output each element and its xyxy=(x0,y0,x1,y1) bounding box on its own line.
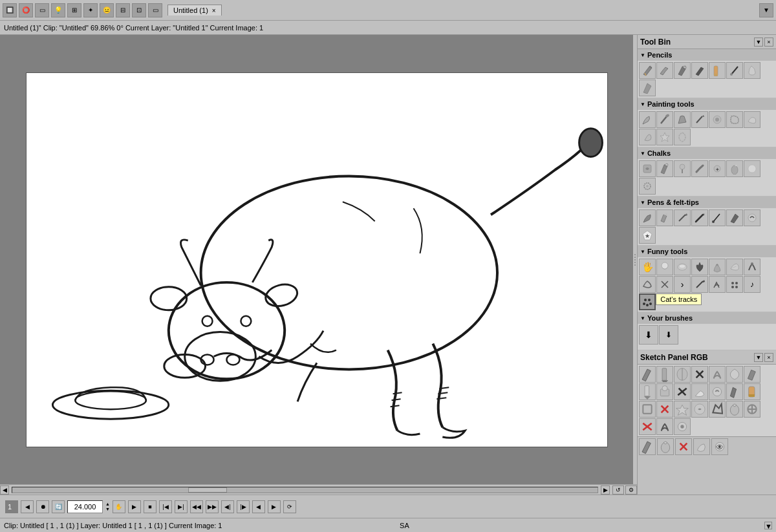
pen-tool-2[interactable] xyxy=(656,209,673,226)
sketch-t-23[interactable] xyxy=(656,418,673,435)
your-brushes-header[interactable]: ▼ Your brushes xyxy=(638,312,776,324)
pencil-tool-4[interactable] xyxy=(691,62,708,79)
fps-down[interactable]: ▼ xyxy=(105,507,110,512)
paint-tool-5[interactable] xyxy=(709,111,726,128)
sketch-bottom-2[interactable] xyxy=(657,438,674,455)
section-funny-header[interactable]: ▼ Funny tools xyxy=(638,246,776,257)
pencil-tool-3[interactable] xyxy=(674,62,691,79)
pencil-tool-1[interactable] xyxy=(639,62,656,79)
h-scroll-thumb[interactable] xyxy=(188,487,227,493)
sketch-t-21[interactable] xyxy=(744,401,760,418)
tool-bin-close[interactable]: × xyxy=(764,37,773,47)
h-scroll-track[interactable] xyxy=(12,487,598,493)
sketch-panel-close[interactable]: × xyxy=(764,353,773,362)
sketch-t-18[interactable] xyxy=(691,401,708,418)
status-scroll-arrow[interactable]: ▼ xyxy=(764,522,772,529)
document-tab[interactable]: Untitled (1) × xyxy=(167,5,222,16)
paint-tool-1[interactable] xyxy=(639,111,656,128)
sketch-t-13[interactable] xyxy=(726,383,743,400)
pencil-tool-2[interactable] xyxy=(656,62,673,79)
pen-tool-8[interactable]: ★ xyxy=(639,227,656,244)
funny-tool-5[interactable] xyxy=(709,259,726,275)
sketch-bottom-3[interactable] xyxy=(675,438,692,455)
loop2-btn[interactable]: ⟳ xyxy=(283,500,296,513)
sketch-t-22[interactable] xyxy=(639,418,656,435)
chalk-tool-4[interactable] xyxy=(691,160,708,177)
sketch-t-5[interactable] xyxy=(709,366,726,383)
sketch-t-24[interactable] xyxy=(674,418,691,435)
paint-tool-8[interactable] xyxy=(639,129,656,145)
funny-tool-2[interactable] xyxy=(656,259,673,275)
pencil-tool-7[interactable] xyxy=(744,62,760,79)
paint-tool-7[interactable] xyxy=(744,111,760,128)
record-btn[interactable]: ⏺ xyxy=(36,500,49,513)
icon-1[interactable]: 🔲 xyxy=(3,3,17,17)
section-pens-header[interactable]: ▼ Pens & felt-tips xyxy=(638,197,776,208)
canvas-wrapper[interactable] xyxy=(0,35,633,484)
funny-tool-12[interactable] xyxy=(709,276,726,293)
pen-tool-7[interactable] xyxy=(744,209,760,226)
pen-tool-3[interactable] xyxy=(674,209,691,226)
resize-handle[interactable] xyxy=(633,35,637,484)
sketch-t-10[interactable] xyxy=(674,383,691,400)
sketch-t-19[interactable] xyxy=(709,401,726,418)
pencil-tool-5[interactable] xyxy=(709,62,726,79)
step-back-btn[interactable]: ◀◀ xyxy=(190,500,203,513)
funny-tool-10[interactable]: › xyxy=(674,276,691,293)
sketch-bottom-4[interactable] xyxy=(693,438,710,455)
funny-tool-4[interactable] xyxy=(691,259,708,275)
paint-tool-3[interactable] xyxy=(674,111,691,128)
sketch-t-7[interactable] xyxy=(744,366,760,383)
icon-3[interactable]: ▭ xyxy=(35,3,49,17)
back-one-btn[interactable]: ◀ xyxy=(252,500,265,513)
icon-2[interactable]: ⭕ xyxy=(19,3,33,17)
brush-import-btn[interactable]: ⬇ xyxy=(639,325,658,345)
funny-tool-7[interactable] xyxy=(744,259,760,275)
chalk-tool-2[interactable] xyxy=(656,160,673,177)
h-scroll-left[interactable]: ◀ xyxy=(0,485,9,495)
sketch-t-4[interactable] xyxy=(691,366,708,383)
pen-tool-5[interactable] xyxy=(709,209,726,226)
chalk-tool-1[interactable] xyxy=(639,160,656,177)
sketch-bottom-5[interactable]: 👁 xyxy=(711,438,728,455)
paint-tool-6[interactable] xyxy=(726,111,743,128)
window-arrow[interactable]: ▼ xyxy=(759,3,773,17)
step-fwd-btn[interactable]: ▶▶ xyxy=(206,500,219,513)
play-btn[interactable]: ▶ xyxy=(128,500,141,513)
chalk-tool-5[interactable]: ✦ xyxy=(709,160,726,177)
tool-bin-pin[interactable]: ▼ xyxy=(754,37,763,47)
next-key-btn[interactable]: |▶ xyxy=(237,500,250,513)
refresh-btn[interactable]: ↺ xyxy=(612,485,624,495)
settings-btn[interactable]: ⚙ xyxy=(625,485,637,495)
canvas[interactable] xyxy=(26,72,608,447)
sketch-t-20[interactable] xyxy=(726,401,743,418)
section-painting-header[interactable]: ▼ Painting tools xyxy=(638,98,776,110)
paint-tool-9[interactable] xyxy=(656,129,673,145)
pen-tool-4[interactable] xyxy=(691,209,708,226)
funny-tool-8[interactable] xyxy=(639,276,656,293)
funny-tool-9[interactable] xyxy=(656,276,673,293)
funny-tool-3[interactable] xyxy=(674,259,691,275)
chalk-tool-8[interactable] xyxy=(639,178,656,195)
pen-tool-1[interactable] xyxy=(639,209,656,226)
icon-5[interactable]: ⊞ xyxy=(67,3,81,17)
paint-tool-10[interactable] xyxy=(674,129,691,145)
fps-input[interactable] xyxy=(67,500,103,513)
tab-close-button[interactable]: × xyxy=(212,7,216,14)
paint-tool-2[interactable] xyxy=(656,111,673,128)
section-chalks-header[interactable]: ▼ Chalks xyxy=(638,147,776,159)
funny-tool-cats-tracks[interactable]: Cat's tracks xyxy=(639,293,656,310)
icon-6[interactable]: ✦ xyxy=(83,3,98,17)
h-scroll-right[interactable]: ▶ xyxy=(601,485,610,495)
pencil-tool-6[interactable] xyxy=(726,62,743,79)
sketch-t-8[interactable] xyxy=(639,383,656,400)
icon-7[interactable]: 😐 xyxy=(100,3,114,17)
funny-tool-13[interactable] xyxy=(726,276,743,293)
paint-tool-4[interactable] xyxy=(691,111,708,128)
funny-tool-11[interactable] xyxy=(691,276,708,293)
chalk-tool-7[interactable] xyxy=(744,160,760,177)
sketch-t-16[interactable] xyxy=(656,401,673,418)
loop-btn[interactable]: 🔄 xyxy=(52,500,65,513)
prev-key-btn[interactable]: ◀| xyxy=(221,500,234,513)
icon-4[interactable]: 💡 xyxy=(51,3,65,17)
